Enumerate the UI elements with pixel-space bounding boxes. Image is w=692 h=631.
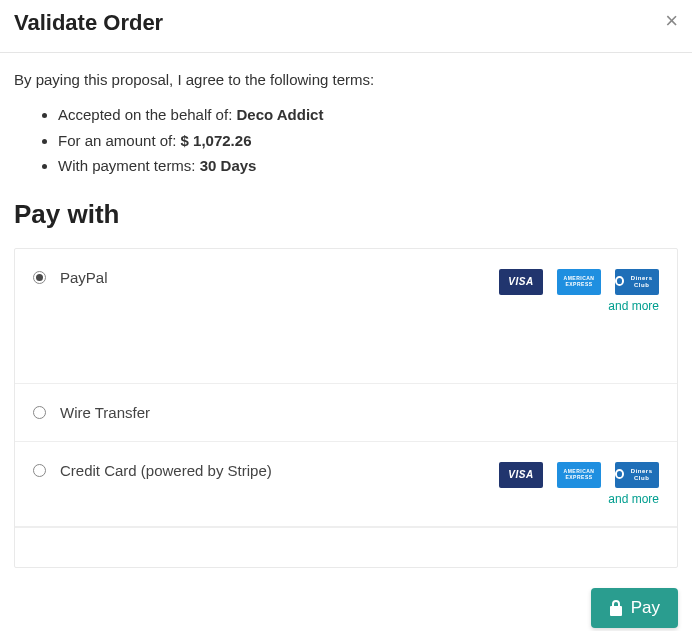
and-more-link[interactable]: and more [608, 299, 659, 313]
brand-block: VISA AMERICAN EXPRESS Diners Club and mo… [499, 462, 659, 506]
terms-value: Deco Addict [236, 106, 323, 123]
terms-label: For an amount of: [58, 132, 181, 149]
payment-option-paypal[interactable]: PayPal VISA AMERICAN EXPRESS Diners Club… [15, 249, 677, 384]
payment-option-stripe[interactable]: Credit Card (powered by Stripe) VISA AME… [15, 442, 677, 527]
close-button[interactable]: × [665, 10, 678, 32]
diners-icon: Diners Club [615, 269, 659, 295]
terms-list: Accepted on the behalf of: Deco Addict F… [14, 102, 678, 179]
brand-block: VISA AMERICAN EXPRESS Diners Club and mo… [499, 269, 659, 313]
terms-item-amount: For an amount of: $ 1,072.26 [58, 128, 678, 154]
payment-label: Wire Transfer [60, 404, 150, 421]
payment-label: Credit Card (powered by Stripe) [60, 462, 272, 479]
dialog-header: Validate Order × [0, 0, 692, 53]
terms-value: $ 1,072.26 [181, 132, 252, 149]
terms-value: 30 Days [200, 157, 257, 174]
dialog-title: Validate Order [14, 10, 163, 36]
visa-icon: VISA [499, 462, 543, 488]
lock-icon [609, 600, 623, 616]
terms-label: With payment terms: [58, 157, 200, 174]
pay-button-label: Pay [631, 598, 660, 618]
amex-icon: AMERICAN EXPRESS [557, 462, 601, 488]
and-more-link[interactable]: and more [608, 492, 659, 506]
payment-option-wire[interactable]: Wire Transfer [15, 384, 677, 442]
pay-button[interactable]: Pay [591, 588, 678, 628]
panel-spacer [15, 527, 677, 567]
visa-icon: VISA [499, 269, 543, 295]
pay-with-heading: Pay with [14, 199, 678, 230]
terms-label: Accepted on the behalf of: [58, 106, 236, 123]
radio-stripe[interactable] [33, 464, 46, 477]
radio-paypal[interactable] [33, 271, 46, 284]
terms-item-behalf: Accepted on the behalf of: Deco Addict [58, 102, 678, 128]
payment-label: PayPal [60, 269, 108, 286]
dialog-body: By paying this proposal, I agree to the … [0, 53, 692, 574]
terms-item-payment-terms: With payment terms: 30 Days [58, 153, 678, 179]
diners-icon: Diners Club [615, 462, 659, 488]
radio-wire[interactable] [33, 406, 46, 419]
payment-methods-panel: PayPal VISA AMERICAN EXPRESS Diners Club… [14, 248, 678, 568]
dialog-footer: Pay [0, 574, 692, 632]
amex-icon: AMERICAN EXPRESS [557, 269, 601, 295]
validate-order-dialog: Validate Order × By paying this proposal… [0, 0, 692, 631]
intro-text: By paying this proposal, I agree to the … [14, 71, 678, 88]
